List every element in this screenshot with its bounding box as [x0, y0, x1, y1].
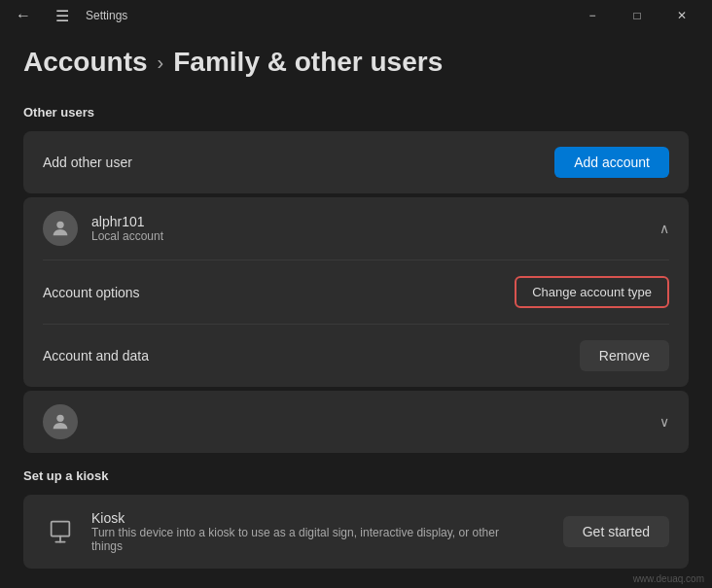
user2-header[interactable]: ∨: [23, 391, 689, 453]
user2-card: ∨: [23, 391, 689, 453]
account-data-label: Account and data: [43, 348, 149, 363]
close-button[interactable]: ✕: [659, 0, 704, 31]
user1-header-left: alphr101 Local account: [43, 211, 163, 246]
user1-card: alphr101 Local account ∧ Account options…: [23, 197, 689, 387]
kiosk-description: Turn this device into a kiosk to use as …: [91, 526, 500, 553]
watermark: www.deuaq.com: [633, 573, 704, 584]
svg-point-0: [56, 222, 63, 228]
breadcrumb-accounts: Accounts: [23, 47, 148, 78]
user1-info: alphr101 Local account: [91, 214, 163, 243]
user2-header-left: [43, 404, 78, 439]
svg-rect-2: [52, 522, 70, 536]
breadcrumb-current: Family & other users: [173, 47, 443, 78]
add-other-user-label: Add other user: [43, 155, 132, 170]
hamburger-button[interactable]: ☰: [47, 0, 78, 31]
main-content: Accounts › Family & other users Other us…: [0, 31, 712, 588]
back-button[interactable]: ←: [8, 0, 39, 31]
remove-button[interactable]: Remove: [580, 340, 669, 371]
title-bar-left: ← ☰ Settings: [8, 0, 127, 31]
kiosk-heading: Set up a kiosk: [23, 468, 689, 483]
change-account-type-button[interactable]: Change account type: [515, 276, 669, 308]
user1-chevron-up: ∧: [659, 221, 669, 236]
breadcrumb: Accounts › Family & other users: [23, 47, 689, 78]
user1-name: alphr101: [91, 214, 163, 229]
kiosk-title: Kiosk: [91, 510, 500, 526]
add-account-button[interactable]: Add account: [554, 147, 669, 178]
add-other-user-card: Add other user Add account: [23, 131, 689, 193]
account-data-row: Account and data Remove: [23, 325, 689, 387]
title-bar: ← ☰ Settings − □ ✕: [0, 0, 712, 31]
other-users-heading: Other users: [23, 105, 689, 120]
svg-point-1: [56, 415, 63, 422]
user1-account-type: Local account: [91, 229, 163, 243]
kiosk-info: Kiosk Turn this device into a kiosk to u…: [91, 510, 500, 553]
account-options-row: Account options Change account type: [23, 260, 689, 324]
minimize-button[interactable]: −: [570, 0, 615, 31]
window-controls: − □ ✕: [570, 0, 704, 31]
user1-avatar: [43, 211, 78, 246]
user2-avatar: [43, 404, 78, 439]
account-options-label: Account options: [43, 285, 140, 300]
maximize-button[interactable]: □: [615, 0, 659, 31]
kiosk-card: Kiosk Turn this device into a kiosk to u…: [23, 495, 689, 569]
user1-header[interactable]: alphr101 Local account ∧: [23, 197, 689, 259]
kiosk-left: Kiosk Turn this device into a kiosk to u…: [43, 510, 500, 553]
breadcrumb-separator: ›: [158, 52, 164, 74]
user2-chevron-down: ∨: [659, 414, 669, 430]
app-title: Settings: [86, 9, 127, 22]
kiosk-icon: [43, 514, 78, 549]
get-started-button[interactable]: Get started: [563, 516, 669, 547]
